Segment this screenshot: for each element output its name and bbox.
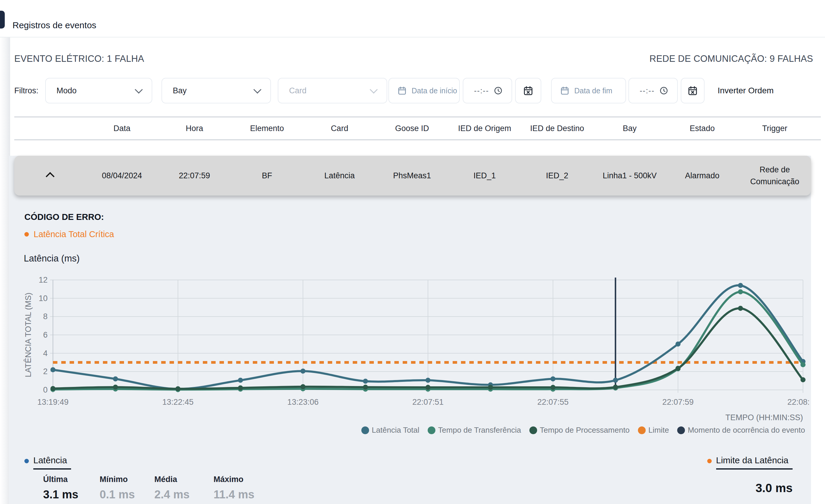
legend-label: Latência Total — [372, 426, 419, 435]
svg-text:4: 4 — [43, 349, 48, 358]
stat-minimo: Mínimo 0.1 ms — [100, 475, 135, 501]
calendar-icon — [397, 86, 407, 96]
page-title: Registros de eventos — [12, 20, 96, 30]
legend-item[interactable]: Limite — [638, 426, 669, 435]
legend-item[interactable]: Tempo de Processamento — [529, 426, 629, 435]
filters-bar: Filtros: Modo Bay Card Data de início --… — [0, 78, 825, 103]
row-cell-elemento: BF — [231, 171, 303, 180]
svg-text:8: 8 — [43, 312, 48, 321]
limit-value: 3.0 ms — [755, 482, 793, 495]
svg-text:6: 6 — [43, 330, 48, 339]
limit-bullet-icon — [707, 459, 712, 463]
stat-ultima-value: 3.1 ms — [43, 488, 78, 501]
error-code-label: CÓDIGO DE ERRO: — [24, 212, 104, 222]
latency-chart-svg: 02468101213:19:4913:22:4513:23:0622:07:5… — [18, 273, 809, 423]
header-cell-card: Card — [303, 124, 376, 133]
stat-minimo-label: Mínimo — [100, 475, 135, 484]
header-cell-hora: Hora — [158, 124, 231, 133]
calendar-x-icon — [687, 85, 698, 96]
legend-dot-icon — [361, 426, 369, 434]
stat-maximo-value: 11.4 ms — [214, 488, 254, 501]
card-select[interactable]: Card — [278, 78, 387, 103]
row-cell-bay: Linha1 - 500kV — [593, 171, 666, 180]
chevron-up-icon[interactable] — [46, 172, 55, 181]
error-code-value: Latência Total Crítica — [33, 230, 114, 239]
stat-ultima-label: Última — [43, 475, 78, 484]
legend-label: Momento de ocorrência do evento — [688, 426, 805, 435]
header-cell-goose-id: Goose ID — [376, 124, 448, 133]
header-cell-data: Data — [86, 124, 158, 133]
svg-text:TEMPO (HH:MIN:SS): TEMPO (HH:MIN:SS) — [725, 413, 803, 422]
electric-events-summary: EVENTO ELÉTRICO: 1 FALHA — [14, 54, 144, 64]
invert-order-button[interactable]: Inverter Ordem — [718, 78, 773, 103]
network-failures-summary: REDE DE COMUNICAÇÃO: 9 FALHAS — [650, 54, 813, 64]
event-detail-panel: CÓDIGO DE ERRO: Latência Total Crítica L… — [9, 156, 811, 504]
end-date-input[interactable]: Data de fim — [551, 78, 626, 103]
svg-text:0: 0 — [43, 386, 48, 394]
latency-stats-title: Latência — [33, 455, 71, 470]
clear-start-date-button[interactable] — [515, 78, 541, 103]
svg-text:22:07:59: 22:07:59 — [662, 398, 693, 407]
legend-dot-icon — [638, 426, 646, 434]
bay-select-value: Bay — [173, 86, 254, 95]
limit-title: Limite da Latência — [716, 455, 793, 470]
row-cell-estado: Alarmado — [666, 171, 739, 180]
header-cell-ied-destino: IED de Destino — [521, 124, 593, 133]
legend-item[interactable]: Tempo de Transferência — [428, 426, 521, 435]
latency-chart: 02468101213:19:4913:22:4513:23:0622:07:5… — [18, 273, 809, 423]
end-time-input[interactable]: --:-- — [628, 78, 678, 103]
start-time-placeholder: --:-- — [474, 86, 494, 95]
bay-select[interactable]: Bay — [161, 78, 271, 103]
svg-text:LATÊNCIA TOTAL (MS): LATÊNCIA TOTAL (MS) — [23, 292, 33, 377]
end-time-placeholder: --:-- — [640, 86, 659, 95]
row-cell-data: 08/04/2024 — [86, 171, 158, 180]
latency-bullet-icon — [24, 459, 29, 463]
table-row[interactable]: 08/04/2024 22:07:59 BF Latência PhsMeas1… — [14, 156, 811, 195]
legend-item[interactable]: Momento de ocorrência do evento — [677, 426, 805, 435]
legend-label: Tempo de Processamento — [540, 426, 629, 435]
topbar: Registros de eventos — [0, 0, 825, 37]
svg-text:12: 12 — [39, 275, 48, 284]
header-cell-trigger: Trigger — [739, 124, 811, 133]
mode-select[interactable]: Modo — [45, 78, 152, 103]
calendar-x-icon — [523, 85, 534, 96]
start-date-input[interactable]: Data de início — [388, 78, 460, 103]
svg-text:2: 2 — [43, 367, 48, 376]
row-cell-ied-origem: IED_1 — [448, 171, 521, 180]
svg-text:22:08:03: 22:08:03 — [787, 398, 809, 407]
legend-item[interactable]: Latência Total — [361, 426, 419, 435]
svg-text:13:19:49: 13:19:49 — [37, 398, 68, 407]
legend-label: Limite — [648, 426, 669, 435]
error-code-item: Latência Total Crítica — [24, 230, 114, 239]
svg-text:10: 10 — [39, 294, 48, 303]
mode-select-value: Modo — [57, 86, 136, 95]
clock-icon — [659, 86, 668, 95]
row-cell-goose-id: PhsMeas1 — [376, 171, 448, 180]
stat-maximo-label: Máximo — [214, 475, 254, 484]
sidebar-handle[interactable] — [0, 11, 5, 28]
latency-limit-block: Limite da Latência 3.0 ms — [707, 455, 793, 495]
legend-dot-icon — [428, 426, 435, 434]
chevron-down-icon — [253, 86, 261, 94]
header-cell-estado: Estado — [666, 124, 739, 133]
table-header: Data Hora Elemento Card Goose ID IED de … — [14, 118, 811, 139]
clear-end-date-button[interactable] — [681, 78, 704, 103]
start-time-input[interactable]: --:-- — [463, 78, 512, 103]
svg-text:22:07:51: 22:07:51 — [412, 398, 443, 407]
card-select-placeholder: Card — [289, 86, 371, 95]
chart-title: Latência (ms) — [24, 253, 80, 264]
legend-label: Tempo de Transferência — [438, 426, 521, 435]
error-bullet-icon — [24, 232, 29, 237]
chevron-down-icon — [370, 86, 378, 94]
stat-media: Média 2.4 ms — [154, 475, 190, 501]
left-edge-shadow — [0, 37, 10, 504]
header-cell-elemento: Elemento — [231, 124, 303, 133]
header-cell-bay: Bay — [593, 124, 666, 133]
legend-dot-icon — [529, 426, 537, 434]
stat-media-label: Média — [154, 475, 190, 484]
stat-media-value: 2.4 ms — [154, 488, 190, 501]
row-cell-trigger: Rede de Comunicação — [739, 164, 811, 188]
svg-text:13:22:45: 13:22:45 — [162, 398, 194, 407]
chart-legend: Latência TotalTempo de TransferênciaTemp… — [361, 426, 805, 435]
latency-stats-header: Latência — [24, 455, 71, 470]
